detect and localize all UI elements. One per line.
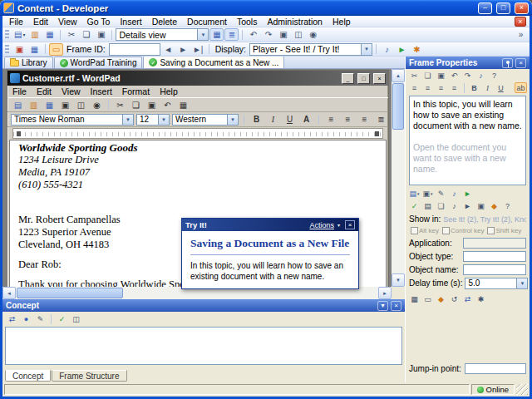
align-left-button[interactable]: ≡ (324, 113, 338, 126)
underline-button[interactable]: U (283, 113, 297, 126)
undo-button[interactable]: ↶ (246, 28, 260, 41)
wordpad-menu-format[interactable]: Format (117, 86, 155, 96)
grid-button[interactable]: ▦ (408, 293, 421, 304)
align-center-button[interactable]: ≡ (341, 113, 355, 126)
marker-button[interactable]: ◆ (435, 293, 447, 304)
menu-administration[interactable]: Administration (262, 17, 328, 27)
redo-button[interactable]: ↷ (461, 70, 474, 81)
jump-in-field[interactable] (465, 363, 526, 374)
recapture-button[interactable]: ▣ (12, 43, 27, 56)
application-field[interactable] (463, 238, 526, 249)
combo-arrow-icon[interactable]: ▼ (516, 278, 527, 288)
wordpad-preview-button[interactable]: ◫ (74, 99, 88, 111)
tab-library[interactable]: Library (4, 57, 53, 68)
new-document-button[interactable]: ▤▾ (12, 28, 27, 41)
menu-help[interactable]: Help (328, 17, 356, 27)
paste-button[interactable]: ▣ (94, 28, 108, 41)
wordpad-ruler[interactable] (12, 128, 383, 139)
panel-menu-button[interactable]: ▾ (377, 301, 388, 311)
concept-panel-header[interactable]: Concept ▾ × (2, 299, 405, 312)
print-button[interactable]: ▣ (276, 28, 290, 41)
tab-wordpad-training[interactable]: ✓ WordPad Training (54, 57, 143, 68)
thumbnail-view-button[interactable]: ▦ (209, 28, 224, 41)
spell-check-button[interactable]: ✓ (408, 200, 421, 211)
menu-document[interactable]: Document (182, 17, 232, 27)
sound-button[interactable]: ♪ (475, 70, 487, 81)
tab-frame-structure[interactable]: Frame Structure (52, 370, 126, 382)
preview-button[interactable]: ◫ (70, 313, 82, 324)
combo-arrow-icon[interactable]: ▼ (361, 44, 372, 55)
edit-text-button[interactable]: ✎ (435, 188, 447, 199)
paste-button[interactable]: ▣ (435, 70, 447, 81)
horizontal-scroll-thumb[interactable] (17, 288, 123, 298)
tab-saving-document[interactable]: ✓ Saving a Document as a New ... (143, 56, 284, 68)
combo-arrow-icon[interactable]: ▼ (158, 115, 169, 125)
italic-button[interactable]: I (266, 113, 280, 126)
copy-button[interactable]: ❏ (79, 28, 93, 41)
pin-icon[interactable] (502, 58, 513, 68)
insert-template-button[interactable]: ▤▾ (408, 188, 421, 199)
preview-frame-button[interactable]: ► (461, 200, 474, 211)
combo-arrow-icon[interactable]: ▼ (197, 29, 208, 40)
shift-key-checkbox[interactable] (487, 227, 495, 234)
spell-check-button[interactable]: ✓ (56, 313, 68, 324)
scroll-right-button[interactable]: ► (378, 287, 392, 299)
wordpad-menu-insert[interactable]: Insert (86, 86, 117, 96)
wordpad-maximize-button[interactable]: □ (357, 73, 370, 84)
previous-frame-button[interactable]: ◄ (161, 43, 175, 56)
align-right-button[interactable]: ≡ (357, 113, 372, 126)
wordpad-close-button[interactable]: × (373, 73, 386, 84)
cut-button[interactable]: ✂ (64, 28, 78, 41)
duplicate-button[interactable]: ❏ (435, 200, 447, 211)
object-name-field[interactable] (463, 264, 526, 275)
wordpad-menu-edit[interactable]: Edit (32, 86, 57, 96)
alt-key-checkbox[interactable] (411, 227, 418, 234)
show-in-value[interactable]: See It! (2), Try It! (2), Know It?, Do I… (443, 215, 526, 224)
list-view-button[interactable]: ≣ (224, 28, 239, 41)
script-combo[interactable]: Western ▼ (172, 114, 239, 126)
record-sound-button[interactable]: ♪ (448, 188, 461, 199)
wordpad-undo-button[interactable]: ↶ (160, 99, 175, 111)
find-button[interactable]: ◉ (306, 28, 320, 41)
frame-id-input[interactable] (109, 43, 160, 56)
save-button[interactable]: ▦ (42, 28, 57, 41)
bold-button[interactable]: B (468, 82, 480, 93)
menu-insert[interactable]: Insert (115, 17, 146, 27)
display-mode-combo[interactable]: Player - See It! / Try It! ▼ (249, 43, 372, 56)
wordpad-menu-file[interactable]: File (7, 86, 32, 96)
effects-button[interactable]: ✱ (410, 43, 424, 56)
web-content-button[interactable]: ● (20, 313, 32, 324)
underline-button[interactable]: U (495, 82, 507, 93)
bold-button[interactable]: B (249, 113, 264, 126)
menu-goto[interactable]: Go To (82, 17, 116, 27)
preview-button[interactable]: ◫ (291, 28, 305, 41)
bubble-text-mode-button[interactable]: ab (515, 82, 527, 93)
swap-button[interactable]: ⇄ (6, 313, 18, 324)
effects-button[interactable]: ✱ (475, 293, 487, 304)
marker-button[interactable]: ◆ (488, 200, 500, 211)
help-button[interactable]: ? (501, 200, 514, 211)
wordpad-paste-button[interactable]: ▣ (145, 99, 159, 111)
audio-button[interactable]: ♪ (448, 200, 461, 211)
tryit-popup-titlebar[interactable]: Try It! Actions ▾ × (182, 219, 358, 231)
wordpad-new-button[interactable]: ▤ (11, 99, 25, 111)
resize-grip[interactable] (516, 384, 528, 395)
menu-delete[interactable]: Delete (147, 17, 182, 27)
next-frame-button[interactable]: ► (176, 43, 190, 56)
maximize-button[interactable]: □ (496, 2, 510, 14)
undo-button[interactable]: ↶ (448, 70, 461, 81)
align-left-button[interactable]: ≡ (408, 82, 421, 93)
menu-edit[interactable]: Edit (28, 17, 53, 27)
copy-button[interactable]: ❏ (421, 70, 434, 81)
wordpad-print-button[interactable]: ▣ (58, 99, 72, 111)
app-titlebar[interactable]: Content - Developer – □ × (0, 0, 532, 16)
align-justify-button[interactable]: ≡ (448, 82, 461, 93)
combo-arrow-icon[interactable]: ▼ (227, 115, 238, 125)
control-key-checkbox[interactable] (442, 227, 450, 234)
menu-file[interactable]: File (4, 17, 28, 27)
wordpad-menu-help[interactable]: Help (155, 86, 183, 96)
actions-link[interactable]: Actions (309, 221, 334, 229)
panel-close-button[interactable]: × (515, 58, 526, 68)
panel-close-button[interactable]: × (391, 301, 401, 311)
help-button[interactable]: ? (488, 70, 500, 81)
